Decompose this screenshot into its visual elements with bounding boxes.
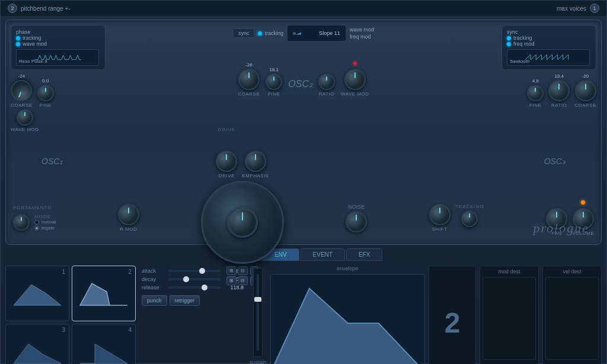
tracking-group: TRACKING — [455, 204, 484, 232]
osc1-fine-group: 0.0 FINE — [37, 78, 54, 108]
osc2-slope-label: Slope 11 — [319, 30, 340, 36]
osc3-freqmod-led[interactable] — [507, 42, 511, 46]
normal-radio-btn[interactable] — [34, 220, 39, 225]
mode-normal[interactable]: normal — [34, 219, 56, 225]
cutoff-btn-4[interactable]: ⊟ — [238, 276, 248, 285]
env-shape-4[interactable]: 4 — [72, 324, 136, 364]
vertical-slider[interactable] — [253, 268, 263, 357]
osc3-sync-row: sync — [507, 29, 591, 35]
osc3-fine-knob[interactable] — [527, 85, 544, 101]
top-bar-left: 2 pitchbend range +- — [8, 4, 71, 13]
rmod-group: R.MOD — [118, 204, 139, 232]
osc2-wavemod-knob[interactable] — [344, 69, 366, 90]
decay-thumb[interactable] — [183, 276, 189, 282]
cutoff-btn-1[interactable]: ⊞ — [226, 266, 237, 275]
osc3-ratio-group: 13.4 RATIO — [548, 74, 570, 108]
v-slider-thumb[interactable] — [254, 297, 261, 302]
osc3-sync-label: sync — [507, 29, 518, 35]
svg-rect-0 — [293, 32, 296, 34]
osc1-tracking-led[interactable] — [16, 36, 20, 40]
legato-radio-btn[interactable] — [34, 226, 39, 231]
cutoff-btn-2[interactable]: ⊟ — [238, 266, 248, 275]
env-shape-3[interactable]: 3 — [5, 324, 69, 364]
osc2-wavemod-knob-label: WAVE MOD — [341, 91, 369, 97]
osc3-waveform-display[interactable]: Sawtooth — [507, 49, 590, 66]
osc1-phase-label: phase — [16, 29, 31, 35]
prologue-logo: prologue — [533, 221, 589, 236]
decay-slider[interactable] — [168, 278, 221, 280]
osc1-waveform-display[interactable]: Reso Pulse 8 — [16, 49, 99, 66]
osc1-wavemod-knob-label: WAVE MOD — [11, 127, 39, 132]
emphasis-knob[interactable] — [245, 151, 266, 172]
filter-main-knob[interactable] — [201, 181, 284, 264]
osc2-fine-knob[interactable] — [266, 74, 282, 90]
osc1-fine-knob[interactable] — [37, 85, 54, 101]
osc1-wavemod-section: WAVE MOD — [11, 109, 39, 132]
osc2-tracking-label: tracking — [264, 30, 283, 36]
osc2-coarse-group: -26 COARSE — [238, 62, 260, 97]
release-row: release 118.8 — [142, 285, 244, 290]
sustain-label: sustain — [250, 359, 267, 364]
osc2-coarse-knob[interactable] — [238, 69, 260, 90]
osc2-red-indicator — [353, 62, 357, 65]
synth-main: 2 pitchbend range +- max voices 1 phase … — [0, 0, 607, 364]
punch-btn[interactable]: punch — [142, 295, 167, 306]
svg-marker-4 — [14, 344, 61, 363]
tracking-knob[interactable] — [461, 210, 478, 227]
osc1-wavemod-knob[interactable] — [17, 109, 33, 126]
osc3-coarse-knob[interactable] — [575, 80, 596, 101]
osc1-panel: phase tracking wave mod Reso Pulse 8 — [11, 25, 106, 70]
noise-group: NOISE — [346, 204, 367, 232]
osc2-tracking-row: tracking — [258, 30, 283, 36]
osc1-tracking-row: tracking — [16, 35, 100, 41]
attack-slider[interactable] — [168, 270, 221, 272]
portamento-mode-section: MODE normal legato — [34, 214, 56, 231]
mod-dest-area[interactable] — [483, 277, 536, 360]
osc3-panel: sync tracking freq mod Sawtooth — [501, 25, 596, 70]
filter-cutoff-knob[interactable] — [227, 207, 258, 238]
osc2-sync-btn[interactable]: sync — [233, 28, 255, 38]
osc3-ratio-knob[interactable] — [548, 80, 570, 101]
max-voices-btn[interactable]: 1 — [590, 4, 599, 13]
drive-group: DRIVE DRIVE — [216, 151, 237, 178]
attack-thumb[interactable] — [199, 268, 205, 274]
osc2-slope-display[interactable]: Slope 11 — [287, 25, 346, 41]
legato-label: legato — [41, 225, 55, 231]
filter-drive-section: DRIVE DRIVE EMPHASIS — [201, 151, 284, 285]
shift-knob[interactable] — [429, 204, 451, 225]
osc1-wavemod-led[interactable] — [16, 42, 20, 46]
envelope-graph — [270, 274, 425, 364]
svg-marker-3 — [80, 283, 127, 305]
shift-tracking-section: SHIFT TRACKING — [429, 204, 484, 232]
mode-legato[interactable]: legato — [34, 225, 56, 231]
retrigger-btn[interactable]: retrigger — [170, 295, 200, 306]
cutoff-btn-3[interactable]: ⊞ — [226, 276, 237, 285]
portamento-knob[interactable] — [13, 214, 30, 231]
osc3-knobs: 4.9 FINE 13.4 RATIO -20 COARSE — [527, 74, 596, 108]
env-shape-2[interactable]: 2 — [72, 266, 136, 321]
shift-group: SHIFT — [429, 204, 451, 232]
osc1-phase-row: phase — [16, 29, 100, 35]
release-thumb[interactable] — [202, 285, 207, 290]
osc2-tracking-led[interactable] — [258, 31, 262, 36]
osc3-fine-value: 4.9 — [532, 78, 539, 84]
osc1-coarse-value: -24 — [18, 74, 25, 79]
osc2-ratio-knob[interactable] — [318, 74, 335, 90]
env-shape-1[interactable]: 1 — [5, 266, 69, 321]
osc2-freqmod-row: freq mod — [350, 34, 374, 40]
max-voices-label: max voices — [557, 5, 586, 12]
osc3-coarse-label: COARSE — [574, 103, 596, 108]
osc3-tracking-led[interactable] — [507, 36, 511, 40]
osc1-coarse-knob[interactable] — [8, 77, 35, 104]
osc2-fine-value: 18.1 — [269, 67, 279, 72]
osc1-knobs: -24 COARSE 0.0 FINE — [11, 74, 54, 108]
osc3-fine-group: 4.9 FINE — [527, 78, 544, 108]
drive-knob[interactable] — [216, 151, 237, 172]
vel-dest-area[interactable] — [545, 277, 599, 360]
osc1-wavemod-row: wave mod — [16, 41, 100, 47]
noise-knob[interactable] — [346, 211, 367, 232]
pitchbend-btn[interactable]: 2 — [8, 4, 17, 13]
rmod-knob[interactable] — [118, 204, 139, 225]
middle-row: PORTAMENTO MODE normal legato — [6, 151, 601, 285]
release-slider[interactable] — [168, 286, 221, 289]
